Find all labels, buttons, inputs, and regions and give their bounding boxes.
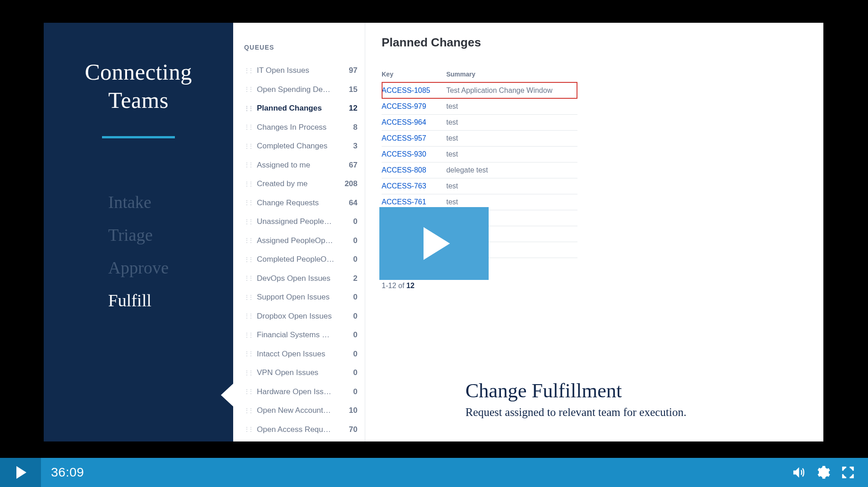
drag-handle-icon[interactable]: ⋮⋮ (244, 66, 252, 75)
issue-key-link[interactable]: ACCESS-979 (382, 99, 446, 115)
slide-caption: Change Fulfillment Request assigned to r… (465, 379, 686, 419)
issue-key-link[interactable]: ACCESS-1085 (382, 83, 446, 99)
queue-item[interactable]: ⋮⋮Completed Changes3 (244, 137, 357, 156)
table-row[interactable]: ACCESS-964test (382, 115, 577, 131)
drag-handle-icon[interactable]: ⋮⋮ (244, 274, 252, 282)
drag-handle-icon[interactable]: ⋮⋮ (244, 331, 252, 339)
queues-header: QUEUES (244, 44, 357, 51)
queue-label: Completed Changes (257, 140, 341, 152)
table-row[interactable]: ACCESS-1085Test Application Change Windo… (382, 83, 577, 99)
issue-key-link[interactable]: ACCESS-930 (382, 147, 446, 162)
issue-key-link[interactable]: ACCESS-808 (382, 162, 446, 178)
fullscreen-icon (841, 466, 855, 479)
queue-item[interactable]: ⋮⋮Open New Account…10 (244, 401, 357, 420)
drag-handle-icon[interactable]: ⋮⋮ (244, 161, 252, 169)
drag-handle-icon[interactable]: ⋮⋮ (244, 312, 252, 320)
queue-item[interactable]: ⋮⋮DevOps Open Issues2 (244, 269, 357, 288)
queue-item[interactable]: ⋮⋮Open Spending De…15 (244, 80, 357, 99)
table-row[interactable]: ACCESS-979test (382, 99, 577, 115)
queue-item[interactable]: ⋮⋮Financial Systems …0 (244, 325, 357, 345)
drag-handle-icon[interactable]: ⋮⋮ (244, 218, 252, 226)
queue-item[interactable]: ⋮⋮Unassigned People…0 (244, 212, 357, 231)
queue-item[interactable]: ⋮⋮Dropbox Open Issues0 (244, 307, 357, 326)
queue-item[interactable]: ⋮⋮Changes In Process8 (244, 118, 357, 137)
workflow-step-intake: Intake (108, 192, 169, 212)
column-key[interactable]: Key (382, 71, 446, 83)
divider-rule (102, 136, 175, 138)
pagination-total: 12 (406, 282, 414, 289)
drag-handle-icon[interactable]: ⋮⋮ (244, 123, 252, 131)
queue-item[interactable]: ⋮⋮IT Open Issues97 (244, 61, 357, 80)
queue-count: 0 (346, 235, 357, 247)
queues-sidebar: QUEUES ⋮⋮IT Open Issues97⋮⋮Open Spending… (233, 23, 365, 441)
elapsed-time: 36:09 (51, 465, 84, 480)
queue-count: 0 (346, 310, 357, 322)
drag-handle-icon[interactable]: ⋮⋮ (244, 180, 252, 188)
drag-handle-icon[interactable]: ⋮⋮ (244, 142, 252, 150)
queue-count: 0 (346, 367, 357, 379)
queue-count: 70 (346, 424, 357, 436)
drag-handle-icon[interactable]: ⋮⋮ (244, 387, 252, 396)
queue-count: 0 (346, 216, 357, 228)
issue-summary: test (446, 131, 577, 147)
play-button[interactable] (0, 458, 41, 487)
issue-summary: test (446, 147, 577, 162)
queue-item[interactable]: ⋮⋮Support Open Issues0 (244, 288, 357, 307)
queue-item[interactable]: ⋮⋮Created by me208 (244, 174, 357, 193)
volume-button[interactable] (791, 464, 807, 481)
drag-handle-icon[interactable]: ⋮⋮ (244, 369, 252, 377)
queue-count: 15 (346, 84, 357, 96)
title-line-2: Teams (85, 87, 192, 114)
queue-label: Support Open Issues (257, 291, 341, 303)
queue-item[interactable]: ⋮⋮Open Access Requ…70 (244, 420, 357, 439)
page-title: Planned Changes (382, 36, 805, 50)
queue-item[interactable]: ⋮⋮Change Requests64 (244, 193, 357, 213)
queue-count: 10 (346, 405, 357, 416)
slide-title: Connecting Teams (85, 59, 192, 113)
settings-button[interactable] (815, 464, 832, 481)
queue-count: 2 (346, 273, 357, 284)
column-summary[interactable]: Summary (446, 71, 577, 83)
queue-count: 208 (345, 178, 357, 190)
queue-label: Unassigned People… (257, 216, 341, 228)
workflow-step-fulfill: Fulfill (108, 290, 169, 310)
queue-label: IT Open Issues (257, 65, 341, 76)
table-row[interactable]: ACCESS-763test (382, 178, 577, 194)
queue-item[interactable]: ⋮⋮Completed PeopleO…0 (244, 250, 357, 269)
issue-summary: delegate test (446, 162, 577, 178)
issue-summary: test (446, 115, 577, 131)
table-row[interactable]: ACCESS-930test (382, 147, 577, 162)
queue-item[interactable]: ⋮⋮VPN Open Issues0 (244, 363, 357, 382)
video-controls: 36:09 (0, 458, 868, 487)
drag-handle-icon[interactable]: ⋮⋮ (244, 406, 252, 415)
table-row[interactable]: ACCESS-957test (382, 131, 577, 147)
queue-label: Completed PeopleO… (257, 254, 341, 265)
issue-key-link[interactable]: ACCESS-957 (382, 131, 446, 147)
issue-key-link[interactable]: ACCESS-964 (382, 115, 446, 131)
queue-count: 0 (346, 254, 357, 265)
drag-handle-icon[interactable]: ⋮⋮ (244, 104, 252, 112)
fullscreen-button[interactable] (840, 464, 856, 481)
queue-item[interactable]: ⋮⋮Hardware Open Iss…0 (244, 382, 357, 401)
queue-count: 0 (346, 348, 357, 360)
drag-handle-icon[interactable]: ⋮⋮ (244, 293, 252, 301)
drag-handle-icon[interactable]: ⋮⋮ (244, 198, 252, 207)
drag-handle-icon[interactable]: ⋮⋮ (244, 425, 252, 433)
pagination: 1-12 of 12 (382, 282, 805, 290)
queue-item[interactable]: ⋮⋮Intacct Open Issues0 (244, 345, 357, 364)
queue-label: Assigned to me (257, 159, 341, 171)
queue-list: ⋮⋮IT Open Issues97⋮⋮Open Spending De…15⋮… (244, 61, 357, 439)
queue-item[interactable]: ⋮⋮Planned Changes12 (244, 99, 357, 118)
drag-handle-icon[interactable]: ⋮⋮ (244, 255, 252, 264)
issue-key-link[interactable]: ACCESS-763 (382, 178, 446, 194)
queue-item[interactable]: ⋮⋮Assigned PeopleOp…0 (244, 231, 357, 250)
drag-handle-icon[interactable]: ⋮⋮ (244, 236, 252, 244)
drag-handle-icon[interactable]: ⋮⋮ (244, 85, 252, 93)
drag-handle-icon[interactable]: ⋮⋮ (244, 350, 252, 358)
queue-label: DevOps Open Issues (257, 273, 341, 284)
queue-item[interactable]: ⋮⋮Assigned to me67 (244, 156, 357, 175)
workflow-step-triage: Triage (108, 225, 169, 245)
play-overlay-button[interactable] (379, 207, 489, 280)
queue-count: 0 (346, 291, 357, 303)
table-row[interactable]: ACCESS-808delegate test (382, 162, 577, 178)
